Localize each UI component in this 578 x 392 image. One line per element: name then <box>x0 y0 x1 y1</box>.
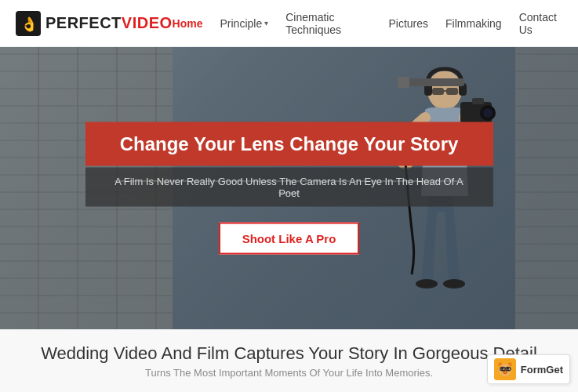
formget-label: FormGet <box>521 364 563 376</box>
logo-icon: 👌 <box>16 11 41 36</box>
svg-point-17 <box>443 279 465 289</box>
header: 👌 PERFECTVIDEO Home Principle ▾ Cinemati… <box>0 0 578 47</box>
formget-badge[interactable]: FormGet <box>487 354 570 384</box>
nav-item-cinematic[interactable]: Cinematic Techniques <box>285 11 371 36</box>
hero-section: Change Your Lens Change Your Story A Fil… <box>0 47 578 329</box>
logo-text: PERFECTVIDEO <box>45 14 173 32</box>
svg-text:👌: 👌 <box>20 16 38 33</box>
svg-point-15 <box>483 108 493 118</box>
nav-item-filmmaking[interactable]: Filmmaking <box>445 17 502 30</box>
bottom-section: Wedding Video And Film Captures Your Sto… <box>0 329 578 392</box>
chevron-down-icon: ▾ <box>264 19 268 27</box>
svg-point-16 <box>416 279 438 289</box>
svg-rect-8 <box>402 78 464 86</box>
nav-item-contact[interactable]: Contact Us <box>519 11 562 36</box>
main-nav: Home Principle ▾ Cinematic Techniques Pi… <box>173 11 562 36</box>
svg-rect-9 <box>398 77 409 88</box>
hero-title: Change Your Lens Change Your Story <box>109 133 470 155</box>
logo[interactable]: 👌 PERFECTVIDEO <box>16 11 173 36</box>
nav-item-pictures[interactable]: Pictures <box>388 17 428 30</box>
hero-title-box: Change Your Lens Change Your Story <box>85 122 493 166</box>
bottom-subtitle: Turns The Most Important Moments Of Your… <box>145 367 433 379</box>
svg-rect-5 <box>432 88 444 95</box>
formget-logo-icon <box>494 358 516 380</box>
nav-item-principle[interactable]: Principle ▾ <box>220 17 269 30</box>
nav-item-home[interactable]: Home <box>173 17 203 30</box>
hero-subtitle: A Film Is Never Really Good Unless The C… <box>109 176 470 199</box>
bottom-title: Wedding Video And Film Captures Your Sto… <box>41 343 537 364</box>
hero-subtitle-box: A Film Is Never Really Good Unless The C… <box>85 168 493 207</box>
svg-rect-13 <box>472 98 484 104</box>
shoot-like-pro-button[interactable]: Shoot Like A Pro <box>219 223 360 255</box>
hero-content: Change Your Lens Change Your Story A Fil… <box>85 122 493 255</box>
svg-rect-6 <box>446 88 458 95</box>
